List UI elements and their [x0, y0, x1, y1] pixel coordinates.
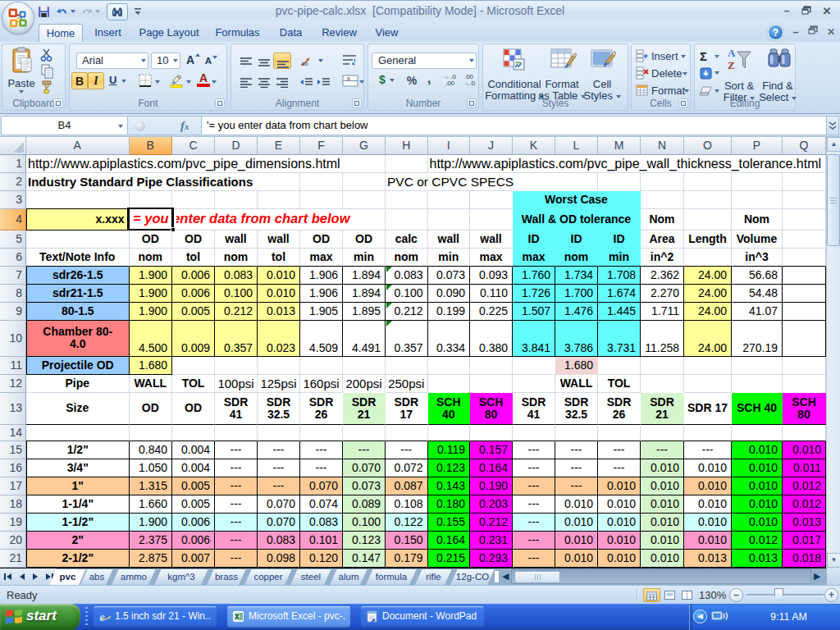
svg-text:ab: ab	[301, 60, 308, 67]
svg-text:A: A	[728, 47, 736, 59]
svg-text:Z: Z	[728, 59, 735, 71]
svg-text:a: a	[347, 75, 350, 81]
svg-text:e: e	[100, 611, 105, 623]
